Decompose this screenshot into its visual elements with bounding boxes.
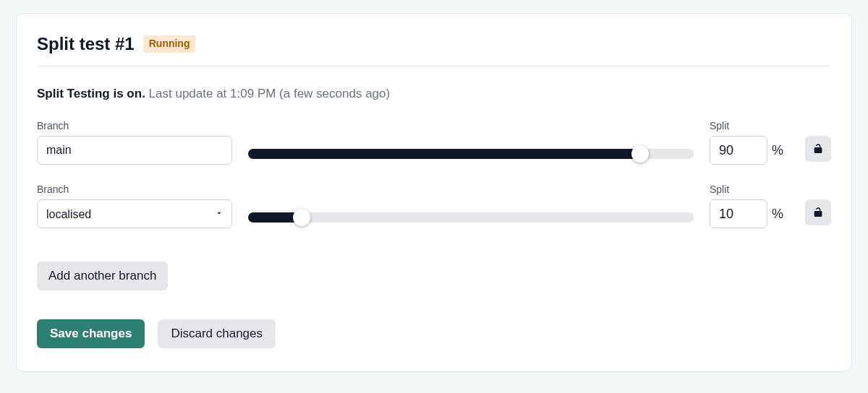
slider-track xyxy=(248,149,694,159)
branch-label: Branch xyxy=(37,183,232,195)
slider-track xyxy=(248,212,694,223)
split-slider[interactable] xyxy=(248,212,694,228)
split-input[interactable] xyxy=(710,199,767,228)
split-input[interactable] xyxy=(710,136,767,165)
card-title: Split test #1 xyxy=(37,34,135,54)
status-sub: Last update at 1:09 PM (a few seconds ag… xyxy=(149,87,391,100)
split-label: Split xyxy=(710,183,789,195)
branch-row: Branch localised Split % xyxy=(37,183,831,228)
status-badge: Running xyxy=(143,35,196,53)
branch-input-main[interactable] xyxy=(37,136,232,165)
branch-field: Branch xyxy=(37,120,232,165)
split-label: Split xyxy=(710,120,789,131)
unlock-icon xyxy=(812,143,824,155)
status-main: Split Testing is on. xyxy=(37,87,145,100)
percent-symbol: % xyxy=(772,143,783,158)
slider-thumb[interactable] xyxy=(631,145,649,163)
lock-col xyxy=(805,136,831,165)
split-test-card: Split test #1 Running Split Testing is o… xyxy=(16,13,852,372)
status-line: Split Testing is on. Last update at 1:09… xyxy=(37,87,831,101)
lock-toggle[interactable] xyxy=(805,136,831,162)
lock-toggle[interactable] xyxy=(805,199,831,225)
add-branch-button[interactable]: Add another branch xyxy=(37,262,168,290)
split-slider[interactable] xyxy=(248,149,694,165)
branch-select-localised[interactable]: localised xyxy=(37,199,232,228)
lock-col xyxy=(805,199,831,228)
save-button[interactable]: Save changes xyxy=(37,319,145,348)
branch-field: Branch localised xyxy=(37,183,232,228)
unlock-icon xyxy=(812,207,824,218)
split-field: Split % xyxy=(710,183,789,228)
footer-actions: Save changes Discard changes xyxy=(37,319,831,348)
branch-label: Branch xyxy=(37,120,232,131)
split-field: Split % xyxy=(710,120,789,165)
percent-symbol: % xyxy=(772,207,783,222)
slider-fill xyxy=(248,149,640,159)
branch-row: Branch Split % xyxy=(37,120,831,165)
discard-button[interactable]: Discard changes xyxy=(158,319,276,348)
slider-thumb[interactable] xyxy=(293,209,310,226)
card-header: Split test #1 Running xyxy=(37,34,831,66)
